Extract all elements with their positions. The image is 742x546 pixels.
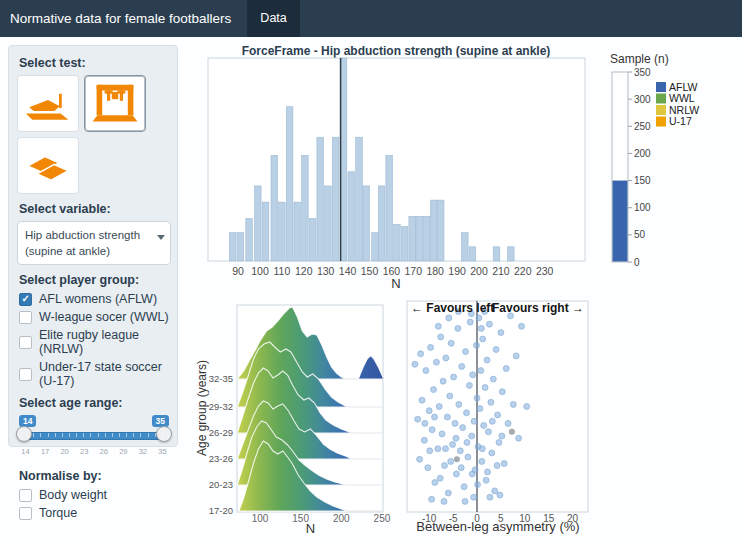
navbar: Normative data for female footballers Da… bbox=[0, 0, 742, 37]
variable-select-value: Hip abduction strength (supine at ankle) bbox=[25, 229, 140, 257]
svg-text:250: 250 bbox=[634, 121, 651, 132]
forceframe-icon bbox=[91, 81, 139, 127]
ridgeline-x-axis-label: N bbox=[237, 521, 384, 536]
svg-text:AFLW: AFLW bbox=[669, 81, 697, 93]
test-button-nordbord[interactable] bbox=[17, 75, 79, 132]
checkbox-group-wwl[interactable]: W-league socer (WWL) bbox=[19, 310, 169, 324]
forcedecks-icon bbox=[24, 144, 72, 188]
svg-text:NRLW: NRLW bbox=[669, 104, 699, 116]
scatter-x-axis-label: Between-leg asymmetry (%) bbox=[388, 519, 608, 534]
favours-right-annotation: Favours right → bbox=[468, 301, 584, 315]
colorbar-fill bbox=[613, 181, 628, 262]
slider-handle-max[interactable] bbox=[156, 426, 172, 442]
checkbox[interactable] bbox=[19, 293, 32, 306]
svg-text:150: 150 bbox=[634, 175, 651, 186]
histogram-chart: 9010011012013014015016017018019020021022… bbox=[206, 56, 588, 284]
checkbox-label: Torque bbox=[39, 506, 77, 520]
sample-colorbar: 050100150200250300350AFLWWWLNRLWU-17 bbox=[598, 44, 742, 276]
svg-text:200: 200 bbox=[634, 148, 651, 159]
select-variable-label: Select variable: bbox=[19, 202, 169, 216]
legend-swatch-U-17 bbox=[656, 117, 666, 127]
checkbox[interactable] bbox=[19, 336, 32, 349]
select-age-range-label: Select age range: bbox=[19, 396, 169, 410]
legend-swatch-AFLW bbox=[656, 82, 666, 92]
svg-text:350: 350 bbox=[634, 67, 651, 78]
tab-data[interactable]: Data bbox=[247, 0, 299, 37]
checkbox-label: W-league socer (WWL) bbox=[39, 310, 169, 324]
slider-tick-labels: 1417202326293235 bbox=[19, 447, 169, 456]
app-title: Normative data for female footballers bbox=[0, 0, 241, 37]
checkbox[interactable] bbox=[19, 489, 32, 502]
ridgeline-chart: 32-3529-3226-2923-2620-2317-201001502002… bbox=[195, 298, 395, 530]
svg-text:WWL: WWL bbox=[669, 92, 695, 104]
checkbox-label: Under-17 state soccer (U-17) bbox=[39, 360, 169, 388]
svg-text:32-35: 32-35 bbox=[209, 373, 233, 384]
slider-track[interactable] bbox=[19, 432, 169, 440]
svg-text:23-26: 23-26 bbox=[209, 453, 233, 464]
legend-swatch-WWL bbox=[656, 94, 666, 104]
histogram-x-axis-label: N bbox=[206, 276, 586, 291]
app-window: Normative data for female footballers Da… bbox=[0, 0, 742, 546]
checkbox[interactable] bbox=[19, 311, 32, 324]
nordbord-icon bbox=[24, 82, 72, 126]
checkbox-label: Elite rugby league (NRLW) bbox=[39, 328, 169, 356]
checkbox-group-nrlw[interactable]: Elite rugby league (NRLW) bbox=[19, 328, 169, 356]
checkbox-label: AFL womens (AFLW) bbox=[39, 292, 157, 306]
svg-text:100: 100 bbox=[634, 202, 651, 213]
checkbox[interactable] bbox=[19, 507, 32, 520]
svg-text:17-20: 17-20 bbox=[209, 505, 233, 516]
asymmetry-scatter-chart: -10-505101520 bbox=[400, 298, 596, 530]
test-button-grid bbox=[17, 75, 153, 194]
chevron-down-icon bbox=[157, 235, 165, 240]
checkbox-normalise-torque[interactable]: Torque bbox=[19, 506, 169, 520]
variable-select[interactable]: Hip abduction strength (supine at ankle) bbox=[17, 221, 171, 265]
normalise-by-label: Normalise by: bbox=[19, 469, 169, 483]
checkbox-group-u17[interactable]: Under-17 state soccer (U-17) bbox=[19, 360, 169, 388]
checkbox-label: Body weight bbox=[39, 488, 107, 502]
sidebar-panel: Select test: bbox=[8, 45, 178, 447]
select-player-group-label: Select player group: bbox=[19, 273, 169, 287]
svg-text:300: 300 bbox=[634, 94, 651, 105]
checkbox-group-aflw[interactable]: AFL womens (AFLW) bbox=[19, 292, 169, 306]
select-test-label: Select test: bbox=[19, 56, 169, 70]
svg-text:0: 0 bbox=[634, 257, 640, 268]
svg-text:29-32: 29-32 bbox=[209, 401, 233, 412]
legend-swatch-NRLW bbox=[656, 105, 666, 115]
test-button-forcedecks[interactable] bbox=[17, 137, 79, 194]
svg-text:20-23: 20-23 bbox=[209, 479, 233, 490]
age-range-slider: 14 35 1417202326293235 bbox=[19, 415, 169, 461]
svg-text:U-17: U-17 bbox=[669, 115, 692, 127]
checkbox[interactable] bbox=[19, 368, 32, 381]
svg-text:50: 50 bbox=[634, 229, 646, 240]
svg-text:26-29: 26-29 bbox=[209, 427, 233, 438]
checkbox-normalise-bodyweight[interactable]: Body weight bbox=[19, 488, 169, 502]
test-button-forceframe[interactable] bbox=[84, 75, 146, 132]
